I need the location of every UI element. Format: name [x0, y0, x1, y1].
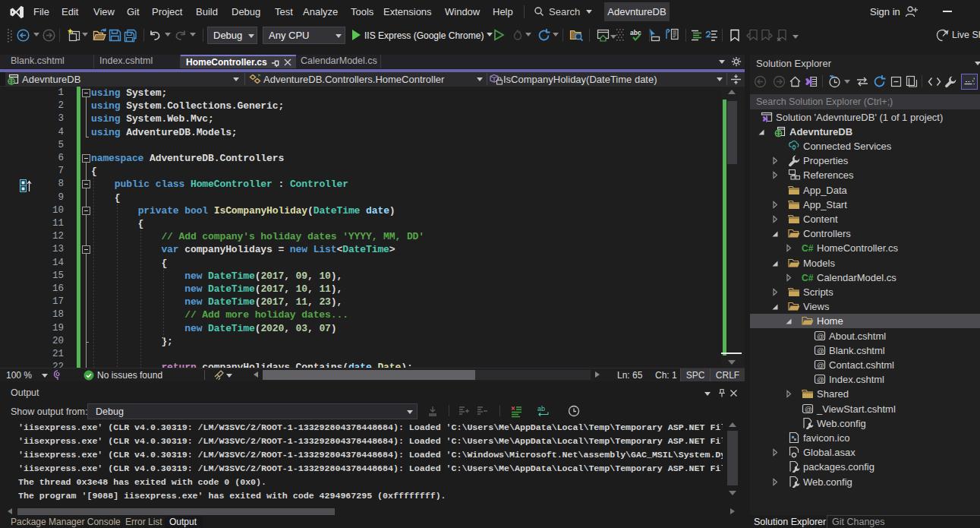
svg-text:ab: ab: [537, 405, 545, 413]
